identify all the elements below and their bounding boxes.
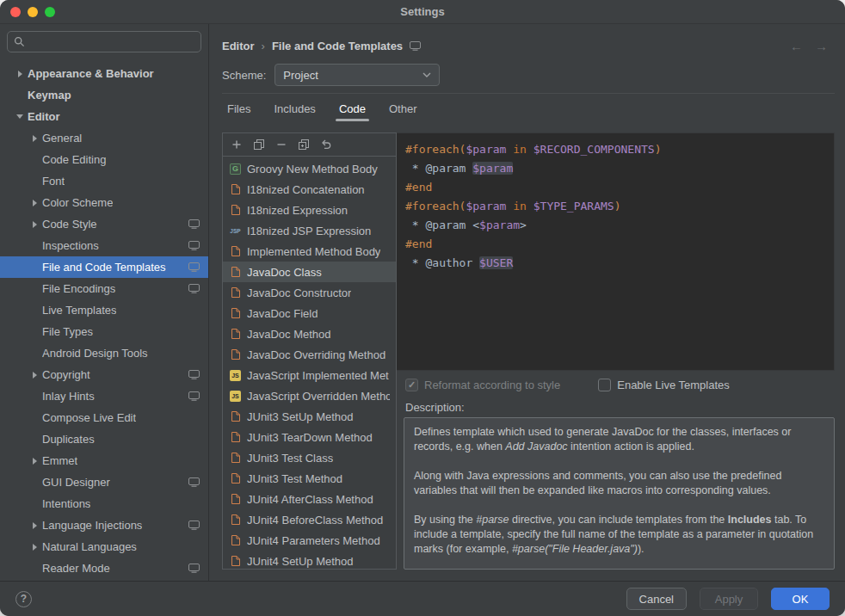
template-item-groovy-new-method-body[interactable]: GGroovy New Method Body bbox=[223, 158, 396, 179]
chevron-right-icon[interactable] bbox=[27, 135, 42, 142]
back-icon[interactable]: ← bbox=[790, 40, 803, 52]
reset-template-button[interactable] bbox=[316, 135, 336, 154]
sidebar-item-reader-mode[interactable]: Reader Mode bbox=[0, 557, 208, 579]
sidebar-item-natural-languages[interactable]: Natural Languages bbox=[0, 536, 208, 557]
search-input[interactable] bbox=[29, 35, 194, 48]
template-item-junit3-test-class[interactable]: JUnit3 Test Class bbox=[223, 447, 396, 468]
list-toolbar bbox=[223, 133, 396, 157]
copy-template-button[interactable] bbox=[249, 135, 269, 154]
template-file-icon bbox=[229, 348, 242, 360]
help-button[interactable]: ? bbox=[15, 591, 32, 607]
breadcrumb-editor[interactable]: Editor bbox=[222, 40, 255, 52]
chevron-right-icon[interactable] bbox=[27, 200, 42, 206]
close-button[interactable] bbox=[10, 7, 21, 17]
template-item-junit4-afterclass-method[interactable]: JUnit4 AfterClass Method bbox=[223, 489, 396, 509]
template-item-junit3-teardown-method[interactable]: JUnit3 TearDown Method bbox=[223, 427, 396, 447]
sidebar-item-live-templates[interactable]: Live Templates bbox=[0, 299, 208, 321]
tab-includes[interactable]: Includes bbox=[272, 97, 317, 121]
sidebar-item-appearance-behavior[interactable]: Appearance & Behavior bbox=[0, 63, 208, 84]
chevron-right-icon[interactable] bbox=[27, 221, 42, 228]
template-item-javadoc-overriding-method[interactable]: JavaDoc Overriding Method bbox=[223, 344, 396, 365]
sidebar-item-code-editing[interactable]: Code Editing bbox=[0, 149, 208, 170]
sidebar-item-android-design-tools[interactable]: Android Design Tools bbox=[0, 342, 208, 364]
sidebar-item-general[interactable]: General bbox=[0, 127, 208, 149]
sidebar-item-compose-live-edit[interactable]: Compose Live Edit bbox=[0, 407, 208, 428]
template-item-label: JUnit4 SetUp Method bbox=[247, 555, 354, 568]
reformat-checkbox[interactable]: ✓ bbox=[405, 379, 418, 391]
sidebar-item-font[interactable]: Font bbox=[0, 170, 208, 192]
settings-window: Settings Appearance & BehaviorKeymapEdit… bbox=[0, 0, 845, 616]
chevron-right-icon[interactable] bbox=[27, 522, 42, 529]
template-item-label: JUnit4 AfterClass Method bbox=[247, 493, 373, 506]
sidebar-item-editor[interactable]: Editor bbox=[0, 106, 208, 127]
chevron-down-icon bbox=[422, 72, 431, 77]
sidebar-item-label: File and Code Templates bbox=[42, 261, 166, 274]
sidebar-item-duplicates[interactable]: Duplicates bbox=[0, 428, 208, 450]
template-item-javadoc-field[interactable]: JavaDoc Field bbox=[223, 303, 396, 323]
history-nav: ← → bbox=[790, 40, 828, 52]
template-item-i18nized-expression[interactable]: I18nized Expression bbox=[223, 200, 396, 220]
template-item-junit4-beforeclass-method[interactable]: JUnit4 BeforeClass Method bbox=[223, 509, 396, 530]
code-editor[interactable]: #foreach($param in $RECORD_COMPONENTS) *… bbox=[397, 132, 835, 371]
template-item-javadoc-method[interactable]: JavaDoc Method bbox=[223, 323, 396, 344]
sidebar-item-keymap[interactable]: Keymap bbox=[0, 84, 208, 106]
groovy-file-icon: G bbox=[229, 163, 242, 175]
sidebar-item-file-encodings[interactable]: File Encodings bbox=[0, 278, 208, 299]
main-area: GGroovy New Method BodyI18nized Concaten… bbox=[222, 132, 835, 570]
ok-button[interactable]: OK bbox=[771, 588, 830, 610]
settings-search[interactable] bbox=[7, 31, 201, 52]
add-template-button[interactable] bbox=[226, 135, 247, 154]
copy-icon bbox=[253, 139, 265, 151]
description-body[interactable]: Defines template which used to generate … bbox=[404, 417, 835, 570]
sidebar-item-inspections[interactable]: Inspections bbox=[0, 235, 208, 256]
template-item-junit4-parameters-method[interactable]: JUnit4 Parameters Method bbox=[223, 530, 396, 551]
template-item-label: JavaDoc Constructor bbox=[247, 286, 351, 299]
chevron-right-icon[interactable] bbox=[27, 372, 42, 379]
duplicate-template-button[interactable] bbox=[293, 135, 314, 154]
sidebar-item-inlay-hints[interactable]: Inlay Hints bbox=[0, 385, 208, 407]
live-templates-checkbox[interactable] bbox=[598, 379, 611, 391]
template-item-implemented-method-body[interactable]: Implemented Method Body bbox=[223, 241, 396, 262]
sidebar-item-code-style[interactable]: Code Style bbox=[0, 213, 208, 235]
cancel-button[interactable]: Cancel bbox=[626, 588, 687, 610]
chevron-down-icon[interactable] bbox=[12, 114, 28, 119]
template-item-label: JUnit4 BeforeClass Method bbox=[247, 514, 383, 527]
editor-settings-icon bbox=[188, 219, 200, 229]
template-item-label: I18nized Expression bbox=[247, 204, 348, 217]
template-item-i18nized-concatenation[interactable]: I18nized Concatenation bbox=[223, 179, 396, 200]
sidebar-item-gui-designer[interactable]: GUI Designer bbox=[0, 471, 208, 493]
template-item-junit3-setup-method[interactable]: JUnit3 SetUp Method bbox=[223, 406, 396, 427]
zoom-button[interactable] bbox=[45, 7, 55, 17]
forward-icon[interactable]: → bbox=[815, 40, 828, 52]
template-file-icon bbox=[229, 286, 242, 299]
template-item-i18nized-jsp-expression[interactable]: JSPI18nized JSP Expression bbox=[223, 220, 396, 241]
duplicate-icon bbox=[298, 139, 310, 151]
sidebar-item-language-injections[interactable]: Language Injections bbox=[0, 514, 208, 536]
template-item-javadoc-class[interactable]: JavaDoc Class bbox=[223, 262, 396, 282]
apply-button[interactable]: Apply bbox=[700, 588, 758, 610]
minimize-button[interactable] bbox=[28, 7, 38, 17]
sidebar-item-emmet[interactable]: Emmet bbox=[0, 450, 208, 471]
sidebar-item-intentions[interactable]: Intentions bbox=[0, 493, 208, 514]
template-item-javascript-implemented-met[interactable]: JSJavaScript Implemented Met bbox=[223, 365, 396, 385]
tab-code[interactable]: Code bbox=[337, 97, 367, 121]
scheme-select[interactable]: Project bbox=[274, 64, 440, 86]
remove-template-button[interactable] bbox=[271, 135, 292, 154]
template-item-junit4-setup-method[interactable]: JUnit4 SetUp Method bbox=[223, 551, 396, 569]
chevron-right-icon[interactable] bbox=[27, 458, 42, 465]
sidebar-item-file-types[interactable]: File Types bbox=[0, 321, 208, 342]
sidebar-item-copyright[interactable]: Copyright bbox=[0, 364, 208, 385]
sidebar-item-color-scheme[interactable]: Color Scheme bbox=[0, 192, 208, 213]
template-file-icon bbox=[229, 410, 242, 422]
chevron-right-icon[interactable] bbox=[27, 544, 42, 551]
tab-other[interactable]: Other bbox=[387, 97, 419, 121]
sidebar-item-file-and-code-templates[interactable]: File and Code Templates bbox=[0, 256, 208, 278]
description-label: Description: bbox=[404, 398, 835, 417]
settings-sidebar: Appearance & BehaviorKeymapEditorGeneral… bbox=[0, 24, 209, 581]
tab-files[interactable]: Files bbox=[225, 97, 252, 121]
reformat-label: Reformat according to style bbox=[424, 379, 560, 391]
chevron-right-icon[interactable] bbox=[12, 71, 28, 77]
template-item-junit3-test-method[interactable]: JUnit3 Test Method bbox=[223, 468, 396, 489]
template-item-javadoc-constructor[interactable]: JavaDoc Constructor bbox=[223, 282, 396, 303]
template-item-javascript-overridden-metho[interactable]: JSJavaScript Overridden Metho bbox=[223, 385, 396, 406]
